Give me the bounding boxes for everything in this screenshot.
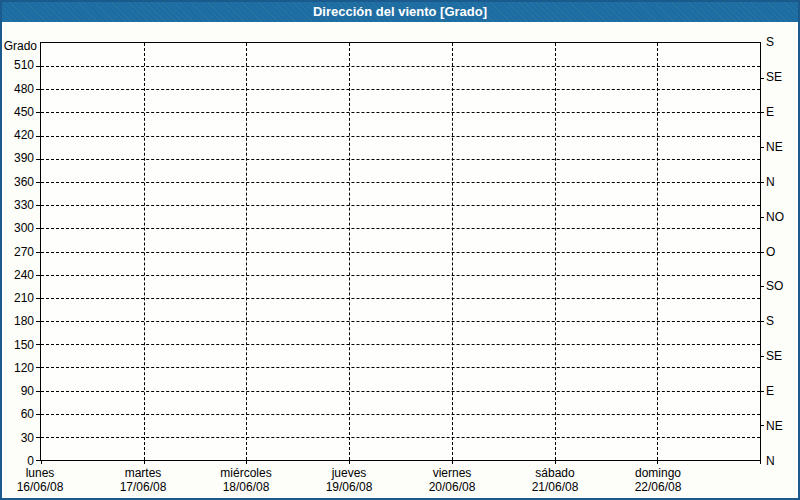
y-axis-left-tick: [36, 298, 40, 299]
y-axis-left-tick-label: 420: [14, 128, 34, 142]
horizontal-gridline: [41, 252, 760, 253]
y-axis-left-tick: [36, 182, 40, 183]
y-axis-right-compass-label: N: [766, 454, 775, 468]
x-axis-day-label: martes17/06/08: [120, 466, 167, 494]
vertical-day-gridline: [349, 43, 350, 460]
y-axis-left-tick: [36, 228, 40, 229]
y-axis-left-tick: [36, 414, 40, 415]
y-axis-right-compass-label: O: [766, 245, 775, 259]
day-name: lunes: [17, 466, 64, 480]
x-axis-tick: [452, 460, 453, 464]
day-name: sábado: [532, 466, 579, 480]
y-axis-right-compass-label: NO: [766, 210, 784, 224]
y-axis-left-tick-label: 60: [21, 407, 34, 421]
y-axis-left-tick-label: 30: [21, 431, 34, 445]
y-axis-left-tick: [36, 89, 40, 90]
day-name: viernes: [429, 466, 476, 480]
y-axis-right-compass-label: NE: [766, 140, 783, 154]
horizontal-gridline: [41, 414, 760, 415]
horizontal-gridline: [41, 228, 760, 229]
y-axis-left-labels: 0306090120150180210240270300330360390420…: [2, 42, 34, 461]
y-axis-left-tick-label: 120: [14, 361, 34, 375]
day-date: 18/06/08: [220, 480, 271, 494]
vertical-day-gridline: [555, 43, 556, 460]
y-axis-right-compass-label: E: [766, 105, 774, 119]
x-axis-tick: [760, 460, 761, 464]
y-axis-right-compass-label: E: [766, 384, 774, 398]
y-axis-left-tick-label: 360: [14, 175, 34, 189]
vertical-day-gridline: [246, 43, 247, 460]
horizontal-gridline: [41, 367, 760, 368]
x-axis-day-label: viernes20/06/08: [429, 466, 476, 494]
y-axis-left-tick: [36, 344, 40, 345]
y-axis-right-tick: [760, 425, 764, 426]
day-date: 17/06/08: [120, 480, 167, 494]
y-axis-right-tick: [760, 217, 764, 218]
day-date: 16/06/08: [17, 480, 64, 494]
x-axis-tick: [41, 460, 42, 464]
y-axis-left-tick: [36, 367, 40, 368]
x-axis-tick: [657, 460, 658, 464]
y-axis-right-compass-label: SE: [766, 70, 782, 84]
x-axis-day-label: miércoles18/06/08: [220, 466, 271, 494]
x-axis-labels: lunes16/06/08martes17/06/08miércoles18/0…: [40, 466, 761, 496]
y-axis-left-tick: [36, 205, 40, 206]
day-date: 22/06/08: [635, 480, 682, 494]
horizontal-gridline: [41, 66, 760, 67]
y-axis-right-compass-label: NE: [766, 419, 783, 433]
day-date: 19/06/08: [326, 480, 373, 494]
x-axis-day-label: jueves19/06/08: [326, 466, 373, 494]
vertical-day-gridline: [452, 43, 453, 460]
y-axis-left-tick: [36, 275, 40, 276]
day-name: jueves: [326, 466, 373, 480]
y-axis-left-tick-label: 330: [14, 198, 34, 212]
x-axis-day-label: sábado21/06/08: [532, 466, 579, 494]
x-axis-tick: [349, 460, 350, 464]
y-axis-right-tick: [760, 356, 764, 357]
y-axis-right-compass-label: SO: [766, 279, 783, 293]
y-axis-left-tick-label: 450: [14, 105, 34, 119]
y-axis-left-tick-label: 270: [14, 245, 34, 259]
y-axis-left-tick: [36, 321, 40, 322]
x-axis-day-label: domingo22/06/08: [635, 466, 682, 494]
y-axis-right-tick: [760, 147, 764, 148]
x-axis-tick: [555, 460, 556, 464]
horizontal-gridline: [41, 159, 760, 160]
y-axis-left-tick: [36, 460, 40, 461]
horizontal-gridline: [41, 321, 760, 322]
horizontal-gridline: [41, 437, 760, 438]
y-axis-left-tick: [36, 66, 40, 67]
day-name: domingo: [635, 466, 682, 480]
y-axis-left-tick-label: 180: [14, 314, 34, 328]
y-axis-right-tick: [760, 112, 764, 113]
y-axis-left-tick-label: 510: [14, 58, 34, 72]
chart-title-bar: Dirección del viento [Grado]: [2, 2, 798, 22]
day-name: martes: [120, 466, 167, 480]
wind-direction-chart-panel: Dirección del viento [Grado] Grado 03060…: [0, 0, 800, 500]
y-axis-right-tick: [760, 321, 764, 322]
day-date: 20/06/08: [429, 480, 476, 494]
y-axis-right-tick: [760, 182, 764, 183]
x-axis-tick: [144, 460, 145, 464]
y-axis-right-compass-label: N: [766, 175, 775, 189]
y-axis-left-tick-label: 90: [21, 384, 34, 398]
horizontal-gridline: [41, 298, 760, 299]
y-axis-right-compass-label: S: [766, 35, 774, 49]
horizontal-gridline: [41, 182, 760, 183]
y-axis-right-compass-label: S: [766, 314, 774, 328]
y-axis-right-tick: [760, 286, 764, 287]
horizontal-gridline: [41, 112, 760, 113]
horizontal-gridline: [41, 391, 760, 392]
horizontal-gridline: [41, 344, 760, 345]
y-axis-right-tick: [760, 78, 764, 79]
y-axis-right-compass-label: SE: [766, 349, 782, 363]
y-axis-left-tick: [36, 136, 40, 137]
horizontal-gridline: [41, 205, 760, 206]
horizontal-gridline: [41, 136, 760, 137]
day-name: miércoles: [220, 466, 271, 480]
y-axis-left-tick-label: 150: [14, 338, 34, 352]
chart-title: Dirección del viento [Grado]: [313, 4, 487, 19]
vertical-day-gridline: [144, 43, 145, 460]
y-axis-left-tick: [36, 159, 40, 160]
y-axis-left-tick: [36, 112, 40, 113]
